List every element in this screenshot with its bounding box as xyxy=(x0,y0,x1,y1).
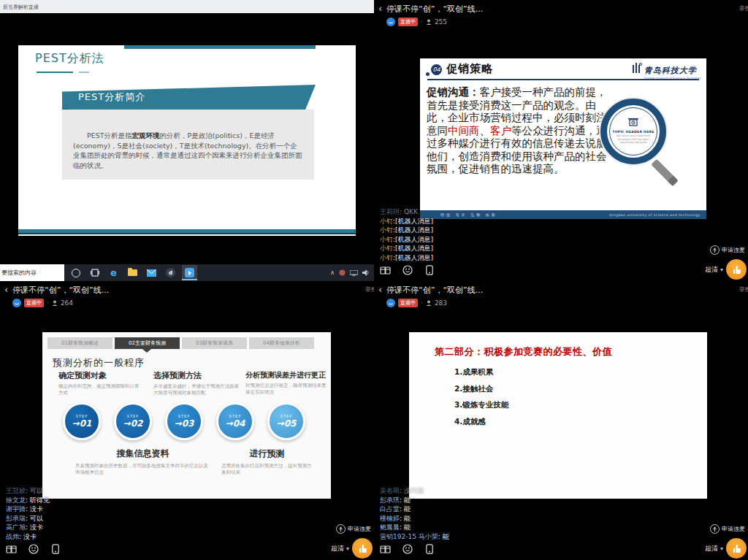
cortana-icon xyxy=(72,269,80,277)
report-link[interactable]: 举报 xyxy=(739,285,748,294)
search-input[interactable] xyxy=(0,264,64,281)
viewer-controls xyxy=(379,542,435,555)
chat-message: 小钉:[机器人消息] xyxy=(380,217,433,226)
cortana-button[interactable] xyxy=(68,265,83,280)
chat-message: 营销192-15 马小荣: 能 xyxy=(380,532,449,542)
dingtalk-button[interactable]: d xyxy=(163,265,178,280)
record-icon[interactable] xyxy=(49,542,61,555)
back-button[interactable]: ‹ xyxy=(378,284,382,295)
process-column: 进行预测 运用所收集的信息和预测方法，提出预测方案和结果 xyxy=(221,448,313,475)
promo-slide: 04 促销策略 青岛科技大学 Qingdao University of Sci… xyxy=(420,58,706,219)
slide-tab: 04财务报表分析 xyxy=(249,337,314,349)
stream-title: 停课不停“创”，“双创”线... xyxy=(12,285,109,296)
mic-icon xyxy=(710,524,720,534)
viewer-count: 283 xyxy=(435,299,447,307)
stream-meta: 直播中 · 255 xyxy=(386,18,447,26)
window-title-bar: 新竞赛解析直播 xyxy=(0,0,374,13)
meta-separator: · xyxy=(47,299,49,307)
mail-button[interactable] xyxy=(144,265,159,280)
monitor-icon[interactable] xyxy=(350,270,358,276)
stream-meta: 直播中 · 264 xyxy=(12,299,73,307)
slide-bottom-bar xyxy=(18,229,356,234)
body-bold: 宏观环境 xyxy=(132,131,160,139)
slide-body-box: PEST分析是指宏观环境的分析，P是政治(politics)，E是经济(econ… xyxy=(62,110,314,180)
back-button[interactable]: ‹ xyxy=(378,3,382,14)
screen-clock-icon xyxy=(627,118,639,129)
pest-slide: PEST分析法 PEST分析简介 PEST分析是指宏观环境的分析，P是政治(po… xyxy=(18,45,356,236)
viewer-count: 264 xyxy=(61,299,73,307)
viewer-controls xyxy=(379,264,435,276)
report-link[interactable]: 举报 xyxy=(739,4,748,12)
list-item: 3.锻炼专业技能 xyxy=(454,400,508,410)
tray-chevron-icon[interactable]: ∧ xyxy=(330,269,335,276)
chat-message: 王冠姣: 可以 xyxy=(6,486,50,496)
windows-taskbar: e d ∧ xyxy=(0,264,374,281)
live-header: ‹ 停课不停“创”，“双创”线... 直播中 · 264 举报 xyxy=(0,281,374,313)
chat-message: 白占堂: 能 xyxy=(380,505,449,514)
step-circle: STEP→01 xyxy=(63,402,101,440)
stream-title: 停课不停“创”，“双创”线... xyxy=(386,285,483,296)
quality-selector[interactable]: 超清 ▾ xyxy=(705,544,723,553)
gift-icon[interactable] xyxy=(5,542,18,555)
meta-separator: · xyxy=(421,18,423,26)
tray-app-icon[interactable] xyxy=(339,269,346,276)
volume-icon[interactable] xyxy=(362,269,370,276)
slide-number-badge: 04 xyxy=(431,64,442,75)
file-explorer-button[interactable] xyxy=(125,265,140,280)
report-link[interactable]: 举报 xyxy=(365,285,374,294)
forecast-slide: 01财务预测概述 02主要财务预测 03财务预算体系 04财务报表分析 预测分析… xyxy=(42,332,331,499)
edge-button[interactable]: e xyxy=(106,265,121,280)
task-view-button[interactable] xyxy=(87,265,102,280)
viewer-icon xyxy=(52,300,58,306)
emoji-icon[interactable] xyxy=(27,542,39,555)
slide-accent-bar xyxy=(124,45,316,49)
active-app-button[interactable] xyxy=(182,265,197,280)
emoji-icon[interactable] xyxy=(401,542,413,555)
body-highlight: 客户 xyxy=(490,125,511,137)
chat-message: 彭承琪: 能 xyxy=(380,496,449,505)
slide-tabs: 01财务预测概述 02主要财务预测 03财务预算体系 04财务报表分析 xyxy=(47,337,314,349)
slide-body: 促销沟通：客户接受一种产品的前提，首先是接受消费这一产品的观念。由此，企业市场营… xyxy=(427,86,612,176)
live-badge: 直播中 xyxy=(398,299,418,307)
chat-message: 徐文龙: 听得见 xyxy=(6,496,50,505)
presenter-avatar xyxy=(386,18,395,26)
thumbs-up-icon xyxy=(732,265,741,275)
gift-icon[interactable] xyxy=(379,542,392,555)
emoji-icon[interactable] xyxy=(401,264,413,276)
mic-request-button[interactable]: 申请连麦 xyxy=(710,524,745,534)
live-header: ‹ 停课不停“创”，“双创”线... 直播中 · 255 举报 xyxy=(374,0,748,32)
step-circle: STEP→02 xyxy=(114,402,152,440)
chat-message: 王莉玥: QKK xyxy=(380,207,433,217)
magnifier-title: TOPIC HEADER HERE xyxy=(612,130,654,134)
slide-footer: 明德 笃学 弘毅 拓新 Qingdao university of scienc… xyxy=(420,210,706,219)
like-button[interactable] xyxy=(726,259,747,280)
slide-title: PEST分析法 xyxy=(35,51,104,66)
live-badge: 直播中 xyxy=(24,299,44,307)
desktop-share-window: 新竞赛解析直播 PEST分析法 PEST分析简介 PEST分析是指宏观环境的分析… xyxy=(0,0,374,281)
like-button[interactable] xyxy=(352,538,373,559)
thumbs-up-icon xyxy=(358,544,367,553)
quality-selector[interactable]: 超清 ▾ xyxy=(331,544,349,553)
university-name-en: Qingdao University of Science & Technolo… xyxy=(644,77,701,80)
slide-title: 第二部分：积极参加竞赛的必要性、价值 xyxy=(435,345,612,358)
gift-icon[interactable] xyxy=(379,264,392,276)
mic-icon xyxy=(336,524,346,534)
mic-request-button[interactable]: 申请连麦 xyxy=(710,245,745,255)
record-icon[interactable] xyxy=(423,542,435,555)
meta-separator: · xyxy=(421,299,423,307)
mic-request-button[interactable]: 申请连麦 xyxy=(336,524,371,534)
step-circle: STEP→04 xyxy=(216,402,254,440)
like-button[interactable] xyxy=(726,538,747,559)
record-icon[interactable] xyxy=(423,264,435,276)
presenter-avatar xyxy=(12,299,21,307)
chat-overlay: 王冠姣: 可以 徐文龙: 听得见 谢宇骑: 没卡 彭承瑞: 可以 高广旭: 没卡… xyxy=(6,486,50,541)
step-circle: STEP→03 xyxy=(165,402,203,440)
chat-message: 高广旭: 没卡 xyxy=(6,523,50,532)
section-banner: PEST分析简介 xyxy=(62,85,316,110)
quality-selector[interactable]: 超清 ▾ xyxy=(705,265,723,275)
screen: 新竞赛解析直播 PEST分析法 PEST分析简介 PEST分析是指宏观环境的分析… xyxy=(0,0,748,560)
chat-message: 谢宇骑: 没卡 xyxy=(6,505,50,514)
chat-message: 楼楠婷: 能 xyxy=(380,514,449,523)
window-title: 新竞赛解析直播 xyxy=(3,4,39,11)
back-button[interactable]: ‹ xyxy=(4,284,8,295)
